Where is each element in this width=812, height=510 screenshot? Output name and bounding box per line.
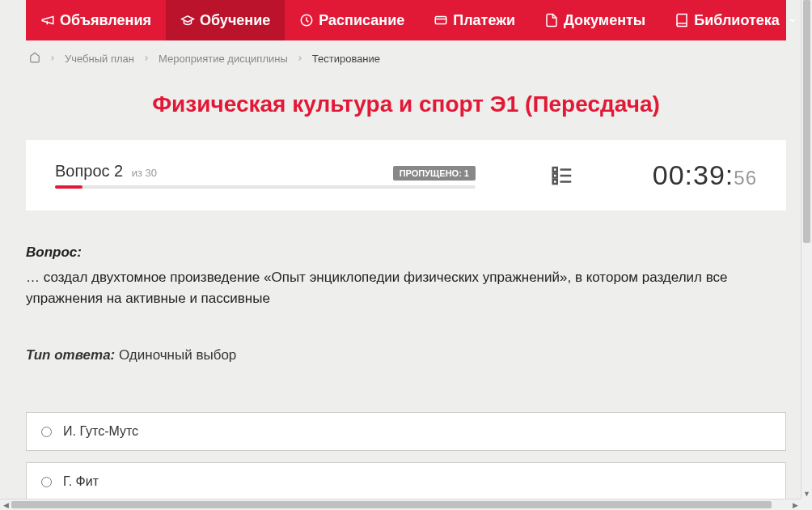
home-icon[interactable] (29, 52, 40, 66)
nav-label: Расписание (319, 12, 404, 29)
status-panel: Вопрос 2 из 30 ПРОПУЩЕНО: 1 00:39:56 (26, 140, 786, 210)
megaphone-icon (40, 13, 55, 28)
scrollbar-corner (801, 499, 812, 510)
chevron-right-icon (142, 53, 150, 65)
breadcrumb-discipline-event[interactable]: Мероприятие дисциплины (159, 53, 288, 65)
question-body: Вопрос: … создал двухтомное произведение… (26, 210, 786, 510)
answer-options: И. Гутс-Мутс Г. Фит (26, 412, 786, 501)
vertical-scrollbar[interactable]: ▲ ▼ (801, 0, 812, 499)
answer-type-value: Одиночный выбор (119, 347, 236, 363)
document-icon (544, 13, 559, 28)
book-icon (675, 13, 689, 28)
chevron-right-icon (296, 53, 304, 65)
breadcrumb: Учебный план Мероприятие дисциплины Тест… (26, 40, 786, 77)
answer-option[interactable]: И. Гутс-Мутс (26, 412, 786, 451)
clock-icon (299, 13, 314, 28)
radio-input[interactable] (41, 477, 52, 487)
svg-rect-2 (553, 168, 557, 172)
svg-rect-1 (435, 17, 446, 24)
answer-type-label: Тип ответа: (26, 347, 115, 363)
nav-label: Обучение (200, 12, 270, 29)
breadcrumb-study-plan[interactable]: Учебный план (65, 53, 134, 65)
chevron-right-icon (49, 53, 57, 65)
option-text: Г. Фит (63, 474, 99, 489)
nav-library[interactable]: Библиотека (660, 0, 812, 40)
timer: 00:39:56 (653, 159, 757, 191)
vertical-scroll-thumb[interactable] (803, 0, 810, 243)
question-label: Вопрос: (26, 244, 786, 261)
svg-rect-6 (553, 180, 557, 184)
scroll-down-icon[interactable]: ▼ (801, 490, 812, 498)
scroll-left-icon[interactable]: ◀ (0, 499, 11, 510)
nav-announcements[interactable]: Объявления (26, 0, 166, 40)
nav-label: Библиотека (694, 12, 780, 29)
question-number: Вопрос 2 (55, 162, 123, 180)
nav-payments[interactable]: Платежи (419, 0, 530, 40)
nav-label: Объявления (60, 12, 151, 29)
question-total: из 30 (132, 167, 157, 179)
horizontal-scrollbar[interactable]: ◀ ▶ (0, 499, 801, 510)
progress-bar (55, 185, 476, 189)
scroll-right-icon[interactable]: ▶ (789, 499, 801, 510)
breadcrumb-testing: Тестирование (312, 53, 380, 65)
timer-seconds: 56 (734, 167, 757, 189)
graduation-cap-icon (180, 13, 195, 28)
page-title: Физическая культура и спорт Э1 (Пересдач… (26, 91, 786, 117)
question-progress: Вопрос 2 из 30 ПРОПУЩЕНО: 1 (55, 162, 476, 189)
horizontal-scroll-thumb[interactable] (11, 501, 772, 508)
answer-option[interactable]: Г. Фит (26, 462, 786, 501)
question-list-button[interactable] (548, 162, 576, 189)
timer-main: 00:39: (653, 159, 734, 190)
radio-input[interactable] (41, 427, 52, 437)
nav-education[interactable]: Обучение (166, 0, 285, 40)
nav-schedule[interactable]: Расписание (285, 0, 419, 40)
progress-fill (55, 185, 82, 189)
question-text: … создал двухтомное произведение «Опыт э… (26, 267, 786, 308)
svg-rect-4 (553, 173, 557, 177)
option-text: И. Гутс-Мутс (63, 424, 138, 439)
nav-documents[interactable]: Документы (530, 0, 660, 40)
main-nav: Объявления Обучение Расписание Платежи Д… (26, 0, 786, 40)
nav-label: Документы (564, 12, 645, 29)
skipped-badge: ПРОПУЩЕНО: 1 (393, 166, 476, 181)
payment-icon (433, 13, 448, 28)
chevron-down-icon (788, 12, 797, 29)
nav-label: Платежи (453, 12, 515, 29)
